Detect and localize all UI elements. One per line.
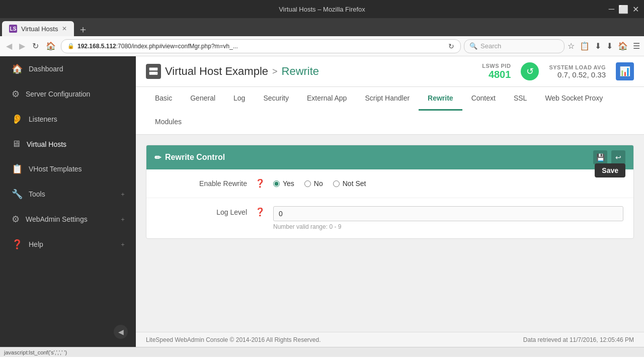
url-bar[interactable]: 🔒 192.168.5.112:7080/index.php#view=conf… <box>61 39 461 53</box>
server-svg-icon <box>148 66 158 76</box>
back-button[interactable]: ◀ <box>4 40 14 52</box>
sidebar-item-tools[interactable]: 🔧 Tools ＋ <box>0 182 136 207</box>
log-level-help-icon[interactable]: ❓ <box>255 207 265 217</box>
svg-point-2 <box>156 68 157 69</box>
lock-icon: 🔒 <box>67 43 74 49</box>
tab-web-socket-proxy[interactable]: Web Socket Proxy <box>536 87 612 111</box>
sidebar-item-server-configuration[interactable]: ⚙ Server Configuration <box>0 81 136 107</box>
search-bar[interactable]: 🔍 Search <box>464 39 565 53</box>
tab-security[interactable]: Security <box>254 87 298 111</box>
radio-not-set-input[interactable] <box>333 180 340 187</box>
tab-basic[interactable]: Basic <box>146 87 181 111</box>
reload-page-button[interactable]: ↻ <box>30 40 41 52</box>
maximize-icon[interactable]: ⬜ <box>618 5 628 14</box>
lsws-pid-label: LSWS PID <box>482 63 511 69</box>
enable-rewrite-radio-group: Yes No Not Set <box>273 177 623 190</box>
breadcrumb: Virtual Host Example > Rewrite <box>146 64 319 79</box>
tab-favicon: LS <box>9 25 17 33</box>
radio-no-label: No <box>314 179 323 188</box>
new-tab-button[interactable]: ＋ <box>74 23 92 36</box>
tab-script-handler[interactable]: Script Handler <box>356 87 419 111</box>
search-icon: 🔍 <box>469 42 477 50</box>
search-placeholder: Search <box>480 42 501 50</box>
tab-label: Virtual Hosts <box>21 25 58 33</box>
edit-icon: ✏ <box>154 153 161 162</box>
close-icon[interactable]: ✕ <box>632 5 639 14</box>
browser-titlebar: Virtual Hosts – Mozilla Firefox ─ ⬜ ✕ <box>0 0 644 18</box>
tabs-bar: Basic General Log Security External App … <box>136 87 644 135</box>
enable-rewrite-field: Yes No Not Set <box>273 177 623 190</box>
content-header: Virtual Host Example > Rewrite LSWS PID … <box>136 56 644 87</box>
listeners-icon: 👂 <box>12 114 23 125</box>
sidebar-item-vhost-templates[interactable]: 📋 VHost Templates <box>0 156 136 182</box>
radio-no[interactable]: No <box>304 179 323 188</box>
radio-no-input[interactable] <box>304 180 311 187</box>
section-undo-button[interactable]: ↩ <box>611 150 625 164</box>
url-text: 192.168.5.112:7080/index.php#view=confMg… <box>77 43 445 50</box>
tab-close-icon[interactable]: ✕ <box>62 25 67 32</box>
sidebar-item-virtual-hosts[interactable]: 🖥 Virtual Hosts <box>0 132 136 156</box>
menu-icon[interactable]: ☰ <box>633 41 640 51</box>
save-tooltip[interactable]: Save <box>595 163 625 177</box>
sidebar-item-listeners[interactable]: 👂 Listeners <box>0 107 136 132</box>
page-footer: LiteSpeed WebAdmin Console © 2014-2016 A… <box>136 332 644 347</box>
sidebar-label-help: Help <box>29 240 114 248</box>
tab-external-app[interactable]: External App <box>298 87 356 111</box>
tab-rewrite[interactable]: Rewrite <box>419 87 462 111</box>
section-name: Rewrite <box>282 65 319 78</box>
dashboard-icon: 🏠 <box>12 63 23 74</box>
pocket-icon[interactable]: ⬇ <box>595 41 601 51</box>
log-level-row: Log Level ❓ Number valid range: 0 - 9 <box>146 198 633 238</box>
section-title-area: ✏ Rewrite Control <box>154 153 225 162</box>
forward-button[interactable]: ▶ <box>17 40 27 52</box>
chart-button[interactable]: 📊 <box>616 62 634 80</box>
lsws-pid-block: LSWS PID 4801 <box>482 63 511 80</box>
history-icon[interactable]: 📋 <box>580 41 590 51</box>
download-icon[interactable]: ⬇ <box>606 41 613 51</box>
log-level-label: Log Level <box>156 206 247 216</box>
enable-rewrite-row: Enable Rewrite ❓ Yes No <box>146 169 633 198</box>
sidebar-item-help[interactable]: ❓ Help ＋ <box>0 232 136 257</box>
sidebar-item-dashboard[interactable]: 🏠 Dashboard <box>0 56 136 81</box>
main-layout: 🏠 Dashboard ⚙ Server Configuration 👂 Lis… <box>0 56 644 347</box>
webadmin-icon: ⚙ <box>12 214 20 225</box>
window-controls[interactable]: ─ ⬜ ✕ <box>609 5 639 14</box>
minimize-icon[interactable]: ─ <box>609 5 614 14</box>
svg-point-3 <box>156 73 157 74</box>
restart-button[interactable]: ↺ <box>521 62 539 80</box>
sidebar-label-dashboard: Dashboard <box>29 65 126 73</box>
tab-log[interactable]: Log <box>224 87 254 111</box>
sidebar-label-vhost-templates: VHost Templates <box>29 165 126 173</box>
lsws-pid-value: 4801 <box>482 69 511 80</box>
enable-rewrite-label: Enable Rewrite <box>156 177 247 188</box>
url-host: 192.168.5.112 <box>77 43 116 50</box>
section-title-text: Rewrite Control <box>165 153 225 162</box>
sidebar-item-webadmin-settings[interactable]: ⚙ WebAdmin Settings ＋ <box>0 207 136 232</box>
radio-not-set[interactable]: Not Set <box>333 179 366 188</box>
status-text: javascript:lst_conf('s',',',' ') <box>4 349 67 355</box>
enable-rewrite-help-icon[interactable]: ❓ <box>255 178 265 188</box>
log-level-input[interactable] <box>273 206 623 221</box>
tab-modules[interactable]: Modules <box>146 111 191 134</box>
radio-yes[interactable]: Yes <box>273 179 294 188</box>
sidebar-label-webadmin: WebAdmin Settings <box>26 215 114 223</box>
help-icon: ❓ <box>12 239 23 250</box>
address-bar: ◀ ▶ ↻ 🏠 🔒 192.168.5.112:7080/index.php#v… <box>0 36 644 56</box>
sidebar-label-tools: Tools <box>29 190 114 198</box>
url-refresh-icon[interactable]: ↻ <box>448 42 454 50</box>
content-area: Virtual Host Example > Rewrite LSWS PID … <box>136 56 644 347</box>
help-expand-icon: ＋ <box>120 240 126 249</box>
radio-yes-input[interactable] <box>273 180 280 187</box>
section-actions: 💾 ↩ <box>593 150 625 164</box>
save-tooltip-label: Save <box>602 166 618 174</box>
browser-tabs-bar: LS Virtual Hosts ✕ ＋ <box>0 18 644 36</box>
tab-context[interactable]: Context <box>462 87 505 111</box>
tab-general[interactable]: General <box>181 87 224 111</box>
section-save-icon-button[interactable]: 💾 <box>593 150 607 164</box>
tab-ssl[interactable]: SSL <box>505 87 536 111</box>
home-button[interactable]: 🏠 <box>44 40 58 52</box>
home-nav-icon[interactable]: 🏠 <box>618 41 628 51</box>
browser-tab-virtual-hosts[interactable]: LS Virtual Hosts ✕ <box>2 21 74 36</box>
sidebar-collapse-button[interactable]: ◀ <box>114 325 128 339</box>
bookmark-icon[interactable]: ☆ <box>568 41 575 51</box>
